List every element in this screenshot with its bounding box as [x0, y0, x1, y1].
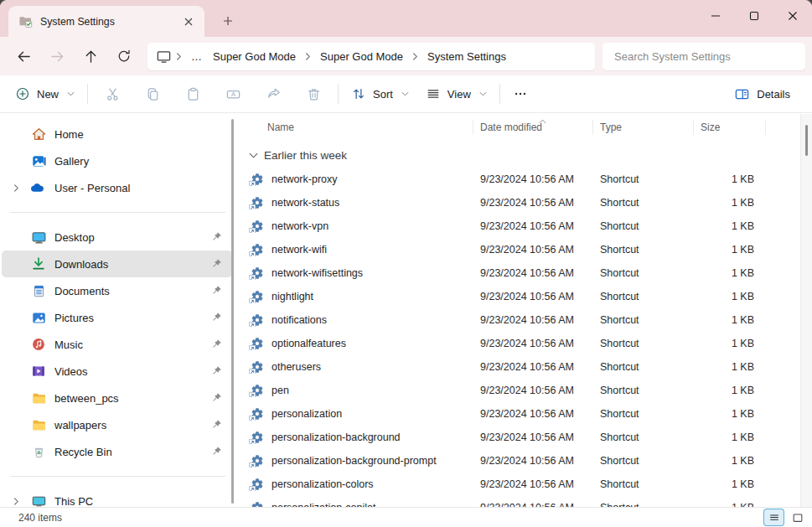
sidebar-item-wallpapers[interactable]: wallpapers	[2, 411, 232, 438]
breadcrumb-segment[interactable]: Super God Mode	[315, 48, 408, 65]
file-row[interactable]: network-proxy 9/23/2024 10:56 AM Shortcu…	[249, 168, 812, 191]
sidebar-item-home[interactable]: Home	[2, 121, 232, 147]
sidebar-item-videos[interactable]: Videos	[2, 358, 232, 385]
sidebar-item-recycle-bin[interactable]: Recycle Bin	[2, 438, 232, 465]
file-row[interactable]: network-status 9/23/2024 10:56 AM Shortc…	[249, 191, 812, 214]
downloads-icon	[30, 257, 47, 271]
pin-icon[interactable]	[211, 285, 222, 296]
onedrive-icon	[30, 183, 47, 193]
file-name: network-wifi	[272, 244, 327, 256]
close-button[interactable]	[773, 0, 812, 32]
rename-button[interactable]: A	[213, 80, 253, 108]
sidebar-item-this-pc[interactable]: This PC	[2, 488, 232, 507]
pin-icon[interactable]	[211, 231, 222, 242]
file-row[interactable]: network-wifisettings 9/23/2024 10:56 AM …	[249, 261, 812, 285]
tab-close-icon[interactable]	[179, 13, 198, 31]
file-size: 1 KB	[694, 220, 766, 232]
file-row[interactable]: network-wifi 9/23/2024 10:56 AM Shortcut…	[249, 238, 812, 261]
file-size: 1 KB	[694, 338, 766, 349]
file-size: 1 KB	[694, 291, 766, 302]
breadcrumb-segment[interactable]: Super God Mode	[208, 48, 301, 65]
expander-chevron-icon[interactable]	[2, 497, 30, 506]
details-pane-button[interactable]: Details	[726, 80, 799, 108]
sidebar-item-gallery[interactable]: Gallery	[2, 147, 232, 174]
minimize-button[interactable]	[696, 0, 735, 32]
sort-button[interactable]: Sort	[343, 80, 417, 108]
file-row[interactable]: personalization-background-prompt 9/23/2…	[249, 449, 812, 473]
pin-icon[interactable]	[211, 392, 222, 403]
content-scrollbar-track[interactable]	[800, 114, 812, 507]
sidebar-item-between-pcs[interactable]: between_pcs	[2, 385, 232, 411]
breadcrumb-segment[interactable]: System Settings	[422, 48, 511, 65]
toolbar-separator	[499, 84, 500, 104]
breadcrumb[interactable]: … Super God Mode Super God Mode System S…	[147, 43, 595, 70]
file-row[interactable]: nightlight 9/23/2024 10:56 AM Shortcut 1…	[249, 285, 812, 308]
pin-icon[interactable]	[211, 312, 222, 323]
music-icon	[30, 338, 47, 351]
expander-chevron-icon[interactable]	[2, 183, 30, 193]
large-icons-view-toggle[interactable]	[788, 509, 807, 525]
sidebar-separator	[10, 212, 225, 213]
search-box[interactable]	[603, 43, 805, 70]
group-header-earlier-this-week[interactable]: Earlier this week	[249, 142, 812, 168]
file-row[interactable]: personalization-colors 9/23/2024 10:56 A…	[249, 473, 812, 496]
settings-shortcut-icon	[251, 290, 264, 303]
view-button[interactable]: View	[417, 80, 495, 108]
sidebar-item-pictures[interactable]: Pictures	[2, 304, 232, 331]
chevron-right-icon[interactable]	[408, 52, 422, 61]
file-row[interactable]: personalization-copilot 9/23/2024 10:56 …	[249, 496, 812, 507]
delete-button[interactable]	[293, 80, 334, 108]
sidebar-item-downloads[interactable]: Downloads	[2, 251, 232, 277]
file-size: 1 KB	[694, 314, 766, 326]
file-row[interactable]: personalization 9/23/2024 10:56 AM Short…	[249, 402, 812, 426]
copy-button[interactable]	[132, 80, 173, 108]
chevron-right-icon[interactable]	[172, 52, 186, 61]
sidebar-scrollbar[interactable]	[231, 119, 234, 504]
maximize-button[interactable]	[735, 0, 773, 32]
back-button[interactable]	[7, 42, 40, 70]
sort-arrows-icon	[351, 86, 366, 101]
see-more-button[interactable]	[504, 80, 536, 108]
titlebar[interactable]: System Settings	[0, 0, 812, 37]
settings-shortcut-icon	[251, 337, 264, 350]
new-tab-button[interactable]	[216, 10, 240, 32]
tab-system-settings[interactable]: System Settings	[8, 6, 204, 37]
up-button[interactable]	[74, 42, 107, 70]
content-scrollbar-thumb[interactable]	[805, 125, 808, 156]
pin-icon[interactable]	[211, 365, 222, 376]
refresh-button[interactable]	[107, 42, 141, 70]
paste-button[interactable]	[173, 80, 213, 108]
share-button[interactable]	[253, 80, 293, 108]
details-view-toggle[interactable]	[764, 509, 784, 525]
settings-shortcut-icon	[251, 173, 264, 186]
file-row[interactable]: optionalfeatures 9/23/2024 10:56 AM Shor…	[249, 332, 812, 355]
column-header-name[interactable]: Name	[249, 120, 473, 135]
sidebar-item-user-personal[interactable]: User - Personal	[2, 174, 232, 201]
file-name: pen	[272, 385, 289, 396]
pin-icon[interactable]	[211, 446, 222, 457]
file-row[interactable]: otherusers 9/23/2024 10:56 AM Shortcut 1…	[249, 355, 812, 379]
forward-button[interactable]	[40, 42, 74, 70]
file-row[interactable]: personalization-background 9/23/2024 10:…	[249, 426, 812, 449]
sidebar-item-documents[interactable]: Documents	[2, 277, 232, 304]
column-header-date-modified[interactable]: Date modified	[473, 120, 593, 135]
pin-icon[interactable]	[211, 419, 222, 430]
chevron-right-icon[interactable]	[301, 52, 315, 61]
this-pc-icon[interactable]	[156, 49, 172, 65]
file-date-modified: 9/23/2024 10:56 AM	[473, 244, 593, 256]
sidebar-item-desktop[interactable]: Desktop	[2, 224, 232, 251]
breadcrumb-overflow-button[interactable]: …	[186, 50, 208, 63]
search-input[interactable]	[613, 49, 795, 64]
new-button[interactable]: New	[7, 80, 83, 108]
column-header-size[interactable]: Size	[694, 120, 766, 135]
pin-icon[interactable]	[211, 258, 222, 269]
file-row[interactable]: notifications 9/23/2024 10:56 AM Shortcu…	[249, 308, 812, 332]
folder-icon	[30, 418, 47, 432]
sort-label: Sort	[373, 88, 393, 101]
file-row[interactable]: pen 9/23/2024 10:56 AM Shortcut 1 KB	[249, 379, 812, 402]
cut-button[interactable]	[92, 80, 132, 108]
sidebar-item-music[interactable]: Music	[2, 331, 232, 358]
file-row[interactable]: network-vpn 9/23/2024 10:56 AM Shortcut …	[249, 214, 812, 238]
pin-icon[interactable]	[211, 338, 222, 349]
column-header-type[interactable]: Type	[593, 120, 694, 135]
